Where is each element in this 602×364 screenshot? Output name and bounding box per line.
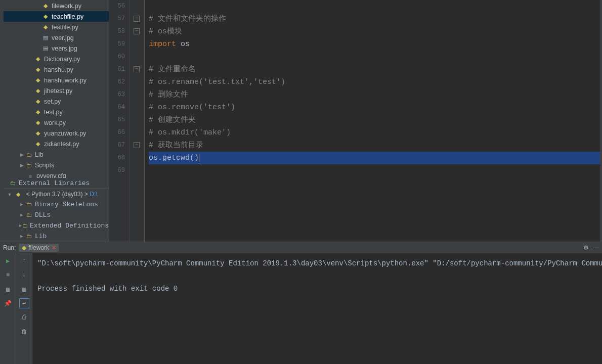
code-line-59[interactable]: import os [149,38,600,51]
cfg-icon: ≡ [26,172,34,178]
code-line-64[interactable]: # os.remove('test') [149,101,600,114]
code-line-66[interactable]: # os.mkdir('make') [149,126,600,139]
tree-item-lib[interactable]: ▶🗀Lib [4,231,109,242]
chevron-right-icon: ▶ [19,163,25,168]
gear-icon[interactable]: ⚙ [583,244,589,251]
soft-wrap-button[interactable]: ↩ [20,299,29,308]
code-line-65[interactable]: # 创建文件夹 [149,114,600,126]
stop-button[interactable]: ■ [4,270,13,280]
img-icon: ▤ [41,34,50,42]
tree-item-pyvenv-cfg[interactable]: ≡pyvenv.cfg [4,170,109,178]
minimize-icon[interactable]: — [593,244,599,251]
code-line-63[interactable]: # 删除文件 [149,88,600,101]
console-line-3: Process finished with exit code 0 [37,285,178,293]
tree-item-label: Extended Definitions [30,222,109,230]
tree-item-work-py[interactable]: ◆work.py [4,117,109,128]
fold-toggle[interactable]: − [134,66,140,72]
tree-item-jihetest-py[interactable]: ◆jihetest.py [4,85,109,96]
python-interpreter-path: D:\ [90,191,97,198]
code-editor[interactable]: 5657585960616263646566676869 −−−− # 文件和文… [109,0,602,242]
external-libraries-node[interactable]: 🗀 External Libraries [4,178,109,189]
print-button[interactable]: ⎙ [20,313,29,322]
down-button[interactable]: ↓ [20,270,29,280]
folder-icon: 🗀 [25,201,33,209]
folder-icon: 🗀 [22,222,28,230]
tree-item-extended-definitions[interactable]: ▶🗀Extended Definitions [4,220,109,231]
run-tool-window: Run: ◆ filework × ⚙ — ▶ ■ ▥ 📌 ↑ ↓ ▥ ↩ ⎙ … [0,242,602,364]
tree-item-veer-jpg[interactable]: ▤veer.jpg [4,32,109,43]
py-icon: ◆ [41,2,50,10]
tree-item-label: teachfile.py [52,13,83,20]
code-line-58[interactable]: # os模块 [149,25,600,38]
tree-item-label: jihetest.py [44,87,72,95]
run-label: Run: [3,244,16,251]
clear-button[interactable]: 🗑 [20,327,29,336]
run-tab-name: filework [28,244,49,251]
console-output[interactable]: "D:\soft\pycharm-community\PyCharm Commu… [32,253,602,364]
up-button[interactable]: ↑ [20,256,29,265]
python-icon: ◆ [22,244,26,251]
py-icon: ◆ [41,23,50,31]
tree-item-teachfile-py[interactable]: ◆teachfile.py [4,11,109,22]
layout-button[interactable]: ▥ [4,285,13,294]
chevron-right-icon: ▶ [19,202,25,207]
chevron-down-icon: ▼ [7,192,13,197]
sidebar-tool-strip[interactable] [0,0,4,242]
tree-item-Lib[interactable]: ▶🗀Lib [4,149,109,160]
tree-item-set-py[interactable]: ◆set.py [4,96,109,107]
folder-icon: 🗀 [25,151,33,159]
line-number-gutter[interactable]: 5657585960616263646566676869 [109,0,130,242]
tree-item-label: Lib [35,151,44,158]
code-line-62[interactable]: # os.rename('test.txt','test') [149,76,600,88]
code-area[interactable]: # 文件和文件夹的操作# os模块import os# 文件重命名# os.re… [145,0,600,242]
tree-item-Dictionary-py[interactable]: ◆Dictionary.py [4,54,109,64]
fold-toggle[interactable]: − [134,28,140,34]
python-interpreter-row[interactable]: ▼ ◆ < Python 3.7 (day03) > D:\ [4,189,109,199]
tree-item-binary-skeletons[interactable]: ▶🗀Binary Skeletons [4,199,109,210]
tree-item-label: set.py [44,98,61,105]
pin-button[interactable]: 📌 [4,299,13,308]
fold-column[interactable]: −−−− [130,0,145,242]
tree-item-label: work.py [44,119,66,126]
run-tab[interactable]: ◆ filework × [19,244,59,252]
fold-toggle[interactable]: − [134,142,140,148]
code-line-61[interactable]: # 文件重命名 [149,63,600,76]
close-tab-icon[interactable]: × [52,244,56,251]
tree-item-hanshuwork-py[interactable]: ◆hanshuwork.py [4,75,109,85]
code-line-57[interactable]: # 文件和文件夹的操作 [149,13,600,25]
code-line-68[interactable]: os.getcwd() [149,152,600,164]
tree-item-Scripts[interactable]: ▶🗀Scripts [4,160,109,170]
py-icon: ◆ [34,98,42,106]
console-line-1: "D:\soft\pycharm-community\PyCharm Commu… [37,259,602,267]
tree-item-test-py[interactable]: ◆test.py [4,107,109,117]
run-header: Run: ◆ filework × ⚙ — [0,242,602,253]
fold-toggle[interactable]: − [134,16,140,22]
tree-item-hanshu-py[interactable]: ◆hanshu.py [4,64,109,75]
folder-icon: 🗀 [25,233,33,241]
package-icon: 🗀 [9,179,17,188]
tree-item-zidiantest-py[interactable]: ◆zidiantest.py [4,139,109,149]
chevron-right-icon: ▶ [19,152,25,157]
tree-item-label: hanshuwork.py [44,77,87,84]
tree-item-label: testfile.py [52,24,78,31]
tree-item-testfile-py[interactable]: ◆testfile.py [4,22,109,32]
python-interpreter-label: < Python 3.7 (day03) > [26,191,88,198]
tree-item-dlls[interactable]: ▶🗀DLLs [4,210,109,220]
project-sidebar: ◆filework.py◆teachfile.py◆testfile.py▤ve… [4,0,109,242]
rerun-button[interactable]: ▶ [4,256,13,265]
layout2-button[interactable]: ▥ [20,285,29,294]
tree-item-veers-jpg[interactable]: ▤veers.jpg [4,43,109,54]
tree-item-label: Dictionary.py [44,56,80,63]
py-icon: ◆ [34,87,42,95]
code-line-67[interactable]: # 获取当前目录 [149,139,600,152]
py-icon: ◆ [34,76,42,84]
project-tree[interactable]: ◆filework.py◆teachfile.py◆testfile.py▤ve… [4,0,109,178]
code-line-56[interactable] [149,0,600,13]
tree-item-label: zidiantest.py [44,141,79,148]
tree-item-filework-py[interactable]: ◆filework.py [4,1,109,11]
code-line-60[interactable] [149,51,600,63]
img-icon: ▤ [41,44,50,53]
code-line-69[interactable] [149,164,600,177]
tree-item-yuanzuwork-py[interactable]: ◆yuanzuwork.py [4,128,109,139]
tree-item-label: Lib [35,233,47,240]
